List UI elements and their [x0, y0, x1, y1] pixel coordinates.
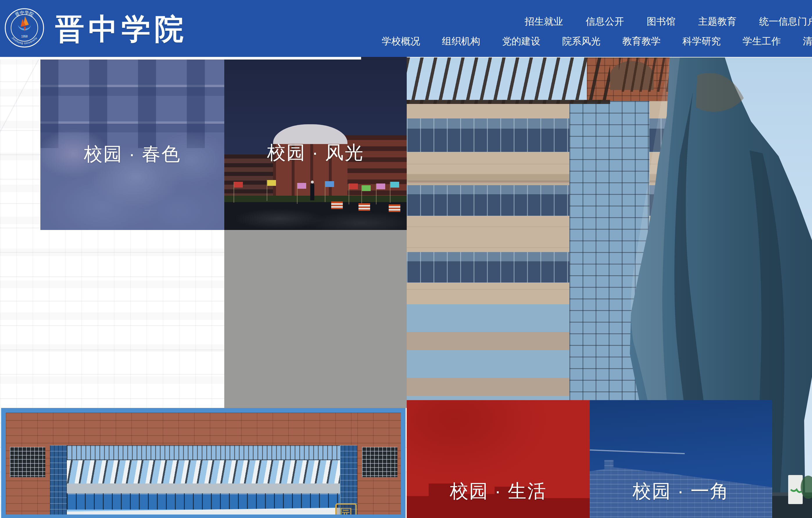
top-utility-nav: 招生就业 信息公开 图书馆 主题教育 统一信息门户: [525, 15, 812, 28]
gallery-tile-life[interactable]: 校园 · 生活: [407, 400, 590, 518]
university-name-calligraphy[interactable]: 晋中学院: [55, 7, 188, 51]
flag-pink: [377, 183, 385, 189]
photo-window-row: [67, 445, 340, 460]
nav-theme-education[interactable]: 主题教育: [698, 15, 736, 28]
nav-info-disclosure[interactable]: 信息公开: [586, 15, 624, 28]
traffic-barrier: [358, 203, 370, 211]
gallery-tile-scenery[interactable]: 校园 · 风光: [224, 57, 407, 230]
gallery-tile-spring[interactable]: 校园 · 春色: [40, 59, 224, 230]
svg-text:晋中学院: 晋中学院: [14, 10, 34, 18]
photo-gray-panel: [67, 483, 340, 493]
nav-clipped-item[interactable]: 清: [803, 35, 812, 48]
university-logo[interactable]: 晋中学院 Jinzhong University 1958: [4, 7, 45, 48]
nav-student-work[interactable]: 学生工作: [743, 35, 781, 48]
flag-cyan: [390, 182, 399, 188]
nav-library[interactable]: 图书馆: [647, 15, 675, 28]
nav-organization[interactable]: 组织机构: [442, 35, 480, 48]
traffic-barrier: [389, 205, 400, 212]
tile-label-scenery: 校园 · 风光: [224, 140, 407, 165]
photo-guard: [310, 183, 314, 200]
photo-glass-column: [50, 445, 67, 515]
gallery-tile-gate-photo[interactable]: 园: [1, 408, 406, 518]
flag-blue: [325, 181, 334, 187]
traffic-barrier: [331, 202, 343, 209]
gate-gold-emblem: 园: [335, 503, 357, 518]
flag-green: [362, 185, 371, 191]
flag-yellow: [267, 180, 276, 186]
jinzhong-university-homepage: 校园 · 春色 校园 · 风光: [0, 0, 812, 518]
logo-year: 1958: [21, 35, 28, 38]
site-header: 晋中学院 Jinzhong University 1958 晋中学院 招生就业 …: [0, 0, 812, 57]
flag-red: [234, 182, 243, 188]
logo-seal-text: 晋中学院: [14, 10, 34, 18]
gallery-tile-placeholder[interactable]: [224, 230, 407, 408]
nav-admissions[interactable]: 招生就业: [525, 15, 563, 28]
gallery-tile-corner[interactable]: 校园 · 一角: [590, 400, 772, 518]
nav-school-overview[interactable]: 学校概况: [382, 35, 420, 48]
tile-label-corner: 校园 · 一角: [590, 479, 772, 504]
photo-brick-beam: [6, 413, 401, 445]
flag-red: [349, 183, 358, 189]
photo-lattice-window: [362, 447, 398, 477]
nav-departments[interactable]: 院系风光: [562, 35, 601, 48]
header-underline-strip: [0, 57, 361, 60]
nav-education-teaching[interactable]: 教育教学: [622, 35, 661, 48]
nav-party-building[interactable]: 党的建设: [502, 35, 540, 48]
flag-pink: [297, 183, 306, 189]
photo-roofline: [590, 450, 685, 454]
photo-lattice-window: [10, 447, 45, 477]
photo-road: [224, 202, 407, 230]
tile-label-spring: 校园 · 春色: [40, 142, 224, 167]
tile-label-life: 校园 · 生活: [407, 479, 590, 504]
nav-unified-portal[interactable]: 统一信息门户: [759, 15, 812, 28]
nav-scientific-research[interactable]: 科学研究: [683, 35, 721, 48]
photo-blue-windows: [67, 493, 340, 510]
main-nav: 学校概况 组织机构 党的建设 院系风光 教育教学 科学研究 学生工作 清: [382, 35, 812, 48]
photo-louver-band: [67, 460, 340, 483]
